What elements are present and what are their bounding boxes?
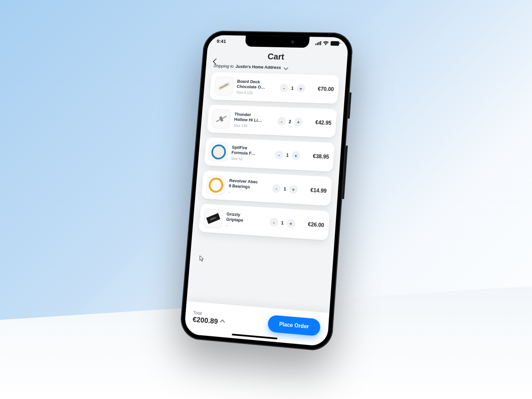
phone-side-button bbox=[348, 92, 352, 119]
item-size: Size 8.125 bbox=[236, 90, 265, 95]
phone-frame: 9:41 Cart Shipping to Justin's Home Addr… bbox=[179, 31, 354, 352]
cart-item: Revolver Abec 9 Bearings – - 1 + €14.99 bbox=[201, 171, 332, 206]
item-price: €14.99 bbox=[301, 187, 327, 194]
cart-item: chocolate Board Deck Chocolate O… Size 8… bbox=[209, 72, 339, 104]
qty-increase-button[interactable]: + bbox=[294, 117, 303, 126]
phone-notch bbox=[245, 36, 310, 48]
item-size: Size 139 bbox=[233, 123, 263, 128]
item-name: SpitFire Formula F… bbox=[231, 145, 261, 157]
cart-item: Thunder Hollow Hi Li… Size 139 - 2 + €42… bbox=[207, 105, 337, 138]
background: 9:41 Cart Shipping to Justin's Home Addr… bbox=[0, 0, 532, 399]
qty-increase-button[interactable]: + bbox=[291, 151, 300, 160]
qty-value: 2 bbox=[288, 119, 293, 124]
item-name: Grizzly Griptape bbox=[226, 211, 256, 223]
item-price: €42.95 bbox=[306, 119, 332, 126]
qty-increase-button[interactable]: + bbox=[296, 84, 305, 93]
camera-dot bbox=[291, 40, 294, 44]
item-size: – bbox=[225, 223, 255, 229]
battery-icon bbox=[331, 41, 339, 46]
item-thumbnail bbox=[206, 175, 226, 195]
item-name: Revolver Abec 9 Bearings bbox=[229, 178, 259, 190]
item-price: €38.95 bbox=[304, 153, 329, 160]
item-name: Thunder Hollow Hi Li… bbox=[234, 112, 264, 123]
qty-value: 1 bbox=[280, 220, 285, 226]
item-thumbnail bbox=[211, 109, 231, 129]
item-thumbnail bbox=[209, 142, 228, 162]
phone-stage: 9:41 Cart Shipping to Justin's Home Addr… bbox=[179, 31, 354, 352]
qty-decrease-button[interactable]: - bbox=[272, 184, 281, 193]
cart-item: SpitFire Formula F… Size 52 - 1 + €38.95 bbox=[204, 137, 335, 172]
status-time: 9:41 bbox=[216, 38, 226, 44]
back-button[interactable] bbox=[213, 59, 218, 64]
chevron-up-icon bbox=[220, 320, 225, 325]
item-size: Size 52 bbox=[231, 156, 260, 162]
qty-value: 1 bbox=[283, 186, 288, 192]
chevron-down-icon bbox=[284, 65, 288, 70]
qty-value: 1 bbox=[290, 85, 295, 91]
wifi-icon bbox=[323, 41, 329, 45]
mouse-cursor bbox=[200, 255, 204, 262]
qty-decrease-button[interactable]: - bbox=[280, 83, 289, 92]
qty-decrease-button[interactable]: - bbox=[275, 150, 284, 159]
qty-decrease-button[interactable]: - bbox=[269, 218, 278, 227]
item-name: Board Deck Chocolate O… bbox=[237, 79, 267, 90]
shipping-prefix: Shipping to bbox=[213, 64, 234, 69]
shipping-address: Justin's Home Address bbox=[235, 64, 281, 70]
checkout-footer: Total €200.89 Place Order bbox=[184, 301, 329, 347]
place-order-button[interactable]: Place Order bbox=[267, 315, 321, 336]
item-size: – bbox=[228, 190, 258, 195]
item-thumbnail: GRIZZLY bbox=[203, 208, 223, 229]
item-price: €26.00 bbox=[299, 221, 325, 228]
cart-items-list: chocolate Board Deck Chocolate O… Size 8… bbox=[192, 72, 346, 247]
total-value: €200.89 bbox=[193, 315, 218, 326]
phone-side-button bbox=[342, 145, 348, 199]
phone-screen: 9:41 Cart Shipping to Justin's Home Addr… bbox=[184, 35, 349, 346]
cellular-icon bbox=[315, 41, 321, 45]
qty-value: 1 bbox=[285, 152, 290, 158]
item-price: €70.00 bbox=[309, 86, 334, 92]
qty-increase-button[interactable]: + bbox=[286, 219, 295, 228]
qty-increase-button[interactable]: + bbox=[289, 185, 298, 194]
qty-decrease-button[interactable]: - bbox=[277, 117, 286, 126]
cart-item: GRIZZLY Grizzly Griptape – - 1 + €26.00 bbox=[199, 203, 330, 240]
item-thumbnail: chocolate bbox=[214, 76, 234, 96]
